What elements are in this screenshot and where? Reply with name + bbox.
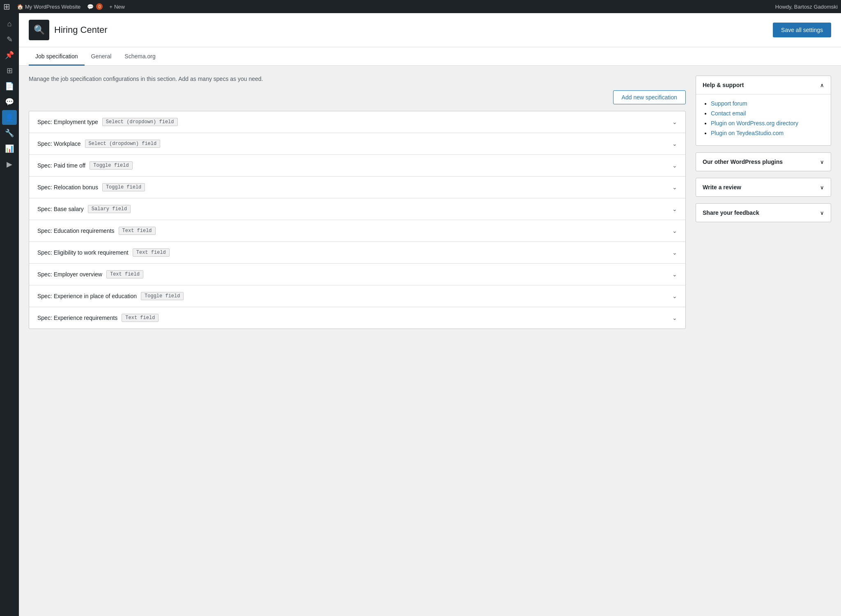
- spec-row-left: Spec: Experience in place of education T…: [37, 292, 184, 300]
- tabs-bar: Job specification General Schema.org: [19, 47, 841, 66]
- sidebar-item-analytics[interactable]: 📊: [2, 141, 17, 156]
- spec-name: Spec: Employer overview: [37, 271, 102, 278]
- comment-icon: 💬: [87, 4, 94, 10]
- spec-badge: Text field: [119, 227, 156, 235]
- spec-name: Spec: Education requirements: [37, 228, 115, 234]
- spec-badge: Text field: [106, 270, 143, 278]
- spec-row[interactable]: Spec: Experience requirements Text field…: [29, 307, 685, 329]
- side-link-item: Contact email: [711, 110, 824, 117]
- chevron-down-icon: [820, 184, 824, 191]
- chevron-down-icon: ⌄: [672, 293, 677, 299]
- chevron-down-icon: [820, 159, 824, 165]
- spec-row-left: Spec: Paid time off Toggle field: [37, 161, 133, 170]
- spec-row[interactable]: Spec: Relocation bonus Toggle field ⌄: [29, 177, 685, 198]
- side-card-share-feedback: Share your feedback: [696, 203, 831, 222]
- spec-row-left: Spec: Experience requirements Text field: [37, 314, 159, 322]
- spec-row-left: Spec: Eligibility to work requirement Te…: [37, 248, 170, 257]
- hiring-center-icon: 🔍: [34, 25, 45, 35]
- spec-row[interactable]: Spec: Eligibility to work requirement Te…: [29, 242, 685, 264]
- chevron-down-icon: ⌄: [672, 228, 677, 234]
- side-card-header-help-support[interactable]: Help & support: [696, 76, 831, 94]
- side-panel: Help & support Support forumContact emai…: [696, 76, 831, 229]
- adminbar-user[interactable]: Howdy, Bartosz Gadomski: [775, 4, 838, 10]
- spec-row-left: Spec: Employer overview Text field: [37, 270, 143, 278]
- spec-row[interactable]: Spec: Education requirements Text field …: [29, 220, 685, 242]
- header-left: 🔍 Hiring Center: [29, 20, 108, 40]
- side-card-title: Help & support: [703, 82, 744, 88]
- side-link[interactable]: Contact email: [711, 110, 746, 117]
- spec-name: Spec: Employment type: [37, 119, 98, 125]
- sidebar-item-dashboard[interactable]: ⌂: [2, 16, 17, 31]
- tab-general[interactable]: General: [85, 47, 118, 66]
- content-area: Manage the job specification configurati…: [19, 66, 841, 339]
- spec-badge: Toggle field: [141, 292, 184, 300]
- side-link[interactable]: Plugin on TeydeaStudio.com: [711, 130, 784, 136]
- spec-row[interactable]: Spec: Employment type Select (dropdown) …: [29, 111, 685, 133]
- side-link-item: Support forum: [711, 100, 824, 107]
- side-card-write-review: Write a review: [696, 178, 831, 197]
- tab-job-specification[interactable]: Job specification: [29, 47, 85, 66]
- side-card-header-other-plugins[interactable]: Our other WordPress plugins: [696, 153, 831, 171]
- side-link-item: Plugin on TeydeaStudio.com: [711, 130, 824, 136]
- adminbar-new[interactable]: + New: [109, 4, 125, 10]
- side-card-title: Our other WordPress plugins: [703, 159, 783, 165]
- spec-name: Spec: Experience requirements: [37, 315, 117, 321]
- adminbar-comments[interactable]: 💬 0: [87, 3, 103, 10]
- spec-row[interactable]: Spec: Paid time off Toggle field ⌄: [29, 155, 685, 177]
- page-header: 🔍 Hiring Center Save all settings: [19, 13, 841, 47]
- chevron-down-icon: ⌄: [672, 162, 677, 169]
- side-link[interactable]: Support forum: [711, 100, 747, 107]
- admin-sidebar: ⌂ ✎ 📌 ⊞ 📄 💬 👤 🔧 📊 ▶: [0, 13, 19, 616]
- spec-name: Spec: Relocation bonus: [37, 184, 98, 191]
- side-card-title: Write a review: [703, 184, 741, 191]
- chevron-down-icon: ⌄: [672, 184, 677, 191]
- spec-badge: Salary field: [88, 205, 131, 213]
- sidebar-item-media[interactable]: ▶: [2, 157, 17, 172]
- side-card-header-share-feedback[interactable]: Share your feedback: [696, 204, 831, 222]
- spec-row[interactable]: Spec: Employer overview Text field ⌄: [29, 264, 685, 285]
- spec-row[interactable]: Spec: Base salary Salary field ⌄: [29, 198, 685, 220]
- side-card-other-plugins: Our other WordPress plugins: [696, 152, 831, 171]
- plugin-logo: 🔍: [29, 20, 49, 40]
- sidebar-item-tools[interactable]: 🔧: [2, 126, 17, 140]
- spec-row[interactable]: Spec: Experience in place of education T…: [29, 285, 685, 307]
- side-link[interactable]: Plugin on WordPress.org directory: [711, 120, 798, 126]
- admin-bar: ⊞ 🏠 My WordPress Website 💬 0 + New Howdy…: [0, 0, 841, 13]
- sidebar-item-plugins[interactable]: ⊞: [2, 63, 17, 78]
- side-card-title: Share your feedback: [703, 209, 759, 216]
- adminbar-site-name[interactable]: 🏠 My WordPress Website: [17, 4, 80, 10]
- chevron-down-icon: ⌄: [672, 140, 677, 147]
- side-card-help-support: Help & support Support forumContact emai…: [696, 76, 831, 146]
- side-link-item: Plugin on WordPress.org directory: [711, 120, 824, 126]
- sidebar-item-comments[interactable]: 💬: [2, 94, 17, 109]
- sidebar-item-posts[interactable]: ✎: [2, 32, 17, 47]
- chevron-down-icon: [820, 210, 824, 216]
- spec-badge: Select (dropdown) field: [85, 140, 161, 148]
- save-all-settings-button[interactable]: Save all settings: [773, 23, 831, 37]
- sidebar-item-users[interactable]: 👤: [2, 110, 17, 125]
- description-text: Manage the job specification configurati…: [29, 76, 686, 82]
- plus-icon: +: [109, 4, 113, 10]
- page-title: Hiring Center: [54, 25, 108, 35]
- chevron-up-icon: [820, 82, 824, 88]
- sidebar-item-pin[interactable]: 📌: [2, 48, 17, 62]
- spec-badge: Select (dropdown) field: [102, 118, 178, 126]
- wp-logo-icon[interactable]: ⊞: [3, 2, 10, 11]
- home-icon: 🏠: [17, 4, 23, 10]
- spec-row-left: Spec: Base salary Salary field: [37, 205, 131, 213]
- sidebar-item-pages[interactable]: 📄: [2, 79, 17, 94]
- add-new-specification-button[interactable]: Add new specification: [613, 90, 686, 104]
- spec-row-left: Spec: Education requirements Text field: [37, 227, 156, 235]
- tab-schema[interactable]: Schema.org: [118, 47, 162, 66]
- spec-row[interactable]: Spec: Workplace Select (dropdown) field …: [29, 133, 685, 155]
- side-card-header-write-review[interactable]: Write a review: [696, 178, 831, 196]
- spec-row-left: Spec: Relocation bonus Toggle field: [37, 183, 145, 191]
- spec-badge: Text field: [133, 248, 170, 257]
- spec-name: Spec: Workplace: [37, 140, 81, 147]
- chevron-down-icon: ⌄: [672, 206, 677, 212]
- spec-name: Spec: Paid time off: [37, 162, 85, 169]
- spec-badge: Toggle field: [102, 183, 145, 191]
- spec-badge: Toggle field: [90, 161, 132, 170]
- spec-badge: Text field: [122, 314, 159, 322]
- chevron-down-icon: ⌄: [672, 315, 677, 321]
